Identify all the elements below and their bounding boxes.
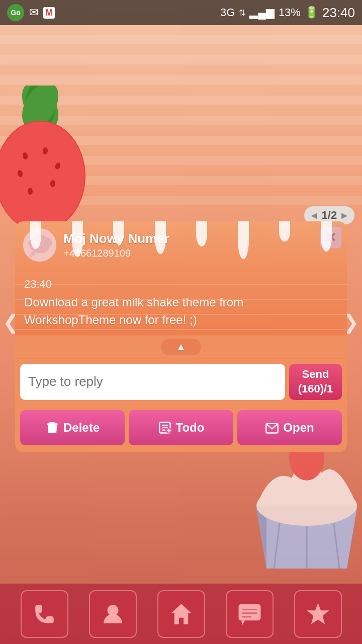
- send-label-line2: (160)/1: [298, 382, 333, 396]
- message-text: Download a great milk shake theme from W…: [24, 294, 338, 329]
- home-icon: [167, 600, 195, 628]
- todo-button[interactable]: Todo: [129, 410, 233, 445]
- battery-percent: 13%: [279, 6, 301, 19]
- page-number: 1/2: [322, 209, 337, 222]
- svg-marker-37: [171, 604, 191, 624]
- signal-bars: ▂▄▆: [249, 6, 275, 19]
- delete-button[interactable]: Delete: [20, 410, 125, 445]
- reply-row: Send (160)/1: [15, 358, 347, 405]
- messages-icon: [236, 600, 263, 628]
- close-icon: ✕: [325, 231, 336, 244]
- close-button[interactable]: ✕: [320, 226, 342, 249]
- svg-marker-43: [307, 603, 329, 624]
- phone-icon: [31, 600, 58, 628]
- contact-name: Mój Nowy Numer: [63, 231, 339, 247]
- star-icon: [304, 600, 332, 628]
- gmail-icon: M: [43, 7, 55, 19]
- expand-icon: ▲: [176, 341, 186, 352]
- signal-arrows: ⇅: [239, 8, 245, 18]
- contact-avatar: [23, 228, 56, 262]
- dock-messages[interactable]: [226, 590, 274, 638]
- send-label-line1: Send: [302, 367, 329, 382]
- page-prev-arrow[interactable]: ◄: [309, 210, 319, 221]
- delete-label: Delete: [63, 421, 100, 435]
- clock: 23:40: [322, 5, 355, 21]
- svg-rect-27: [48, 424, 56, 432]
- open-icon: [265, 421, 279, 435]
- open-button[interactable]: Open: [237, 410, 342, 445]
- expand-handle: ▲: [15, 335, 347, 358]
- message-time: 23:40: [24, 278, 338, 291]
- svg-point-23: [27, 258, 29, 260]
- dock-contacts[interactable]: [89, 590, 137, 638]
- status-right: 3G ⇅ ▂▄▆ 13% 🔋 23:40: [220, 5, 355, 21]
- popup-body: 23:40 Download a great milk shake theme …: [15, 270, 347, 335]
- battery-icon: 🔋: [305, 6, 318, 19]
- email-icon: ✉: [29, 6, 38, 19]
- contact-info: Mój Nowy Numer +48661289109: [63, 231, 339, 259]
- action-row: Delete Todo Open: [15, 405, 347, 452]
- dock-star[interactable]: [294, 590, 342, 638]
- svg-point-21: [31, 252, 35, 256]
- popup-header: Mój Nowy Numer +48661289109 ✕: [15, 221, 347, 270]
- expand-button[interactable]: ▲: [161, 339, 201, 355]
- sms-popup: Mój Nowy Numer +48661289109 ✕ 23:40 Down…: [15, 221, 347, 452]
- delete-icon: [45, 421, 59, 435]
- send-button[interactable]: Send (160)/1: [289, 364, 342, 400]
- svg-point-20: [32, 234, 47, 246]
- go-sms-icon: Go: [7, 4, 24, 21]
- bottom-dock: [0, 584, 362, 644]
- status-left: Go ✉ M: [7, 4, 220, 21]
- todo-label: Todo: [176, 421, 205, 435]
- open-label: Open: [283, 421, 314, 435]
- contacts-icon: [99, 600, 127, 628]
- status-bar: Go ✉ M 3G ⇅ ▂▄▆ 13% 🔋 23:40: [0, 0, 362, 25]
- network-type: 3G: [220, 6, 235, 19]
- todo-icon: [158, 421, 172, 435]
- page-next-arrow[interactable]: ►: [339, 210, 349, 221]
- reply-input[interactable]: [20, 364, 285, 400]
- dock-phone[interactable]: [21, 590, 68, 638]
- dock-home[interactable]: [157, 590, 205, 638]
- svg-point-22: [29, 255, 31, 258]
- contact-number: +48661289109: [63, 248, 339, 259]
- svg-marker-39: [241, 620, 245, 625]
- svg-rect-38: [238, 604, 260, 620]
